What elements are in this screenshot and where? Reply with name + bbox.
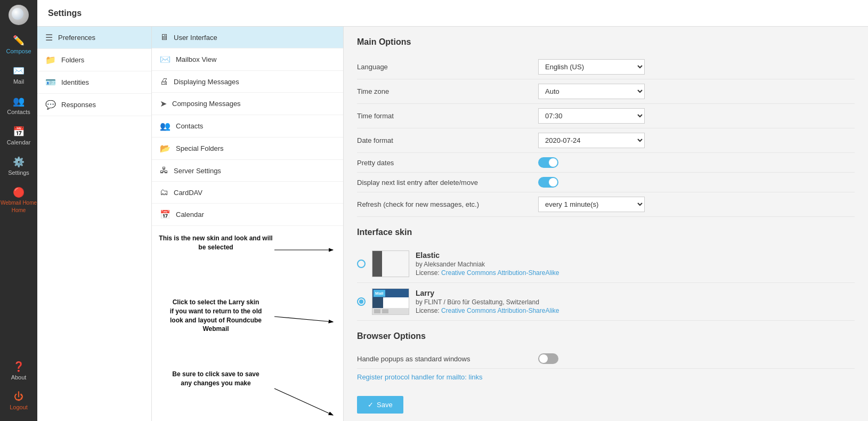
refresh-label: Refresh (check for new messages, etc.) [357, 200, 538, 208]
pretty-dates-label: Pretty dates [357, 159, 538, 167]
larry-skin-license: License: Creative Commons Attribution-Sh… [416, 307, 855, 314]
elastic-license-link[interactable]: Creative Commons Attribution-ShareAlike [441, 269, 559, 277]
carddav-icon: 🗂 [160, 188, 168, 197]
larry-license-link[interactable]: Creative Commons Attribution-ShareAlike [441, 307, 559, 314]
mailbox-view-icon: ✉️ [160, 54, 171, 64]
interface-skin-title: Interface skin [357, 228, 855, 237]
larry-thumb-main [383, 297, 409, 308]
svg-line-2 [274, 388, 333, 415]
sidebar-item-compose[interactable]: ✏️ Compose [0, 29, 37, 60]
skin-option-larry: Mail Larry by FLINT / Büro fü [357, 283, 855, 321]
elastic-thumb-sidebar [372, 251, 382, 277]
logo-icon [9, 5, 29, 25]
larry-thumb-sidebar [372, 297, 383, 308]
responses-icon: 💬 [45, 100, 56, 110]
submenu-item-composing-messages[interactable]: ➤ Composing Messages [152, 93, 343, 115]
pretty-dates-toggle[interactable] [538, 157, 558, 168]
elastic-thumbnail [372, 250, 409, 277]
register-protocol-link[interactable]: Register protocol handler for mailto: li… [357, 369, 855, 385]
columns-container: ☰ Preferences 📁 Folders 🪪 Identities 💬 R… [37, 27, 868, 421]
popups-label: Handle popups as standard windows [357, 355, 538, 363]
larry-skin-info: Larry by FLINT / Büro für Gestaltung, Sw… [416, 289, 855, 314]
submenu-item-carddav[interactable]: 🗂 CardDAV [152, 182, 343, 204]
compose-icon: ✏️ [13, 35, 25, 46]
main-options-table: Language English (US) Time zone Auto [357, 55, 855, 217]
server-settings-icon: 🖧 [160, 166, 168, 175]
pretty-dates-row: Pretty dates [357, 153, 855, 173]
timezone-row: Time zone Auto [357, 79, 855, 104]
submenu-item-displaying-messages[interactable]: 🖨 Displaying Messages [152, 71, 343, 93]
display-next-toggle[interactable] [538, 177, 558, 188]
nav-item-identities[interactable]: 🪪 Identities [37, 71, 151, 94]
elastic-skin-license: License: Creative Commons Attribution-Sh… [416, 269, 855, 277]
submenu-item-user-interface[interactable]: 🖥 User Interface [152, 27, 343, 48]
language-select[interactable]: English (US) [538, 59, 645, 75]
sidebar: ✏️ Compose ✉️ Mail 👥 Contacts 📅 Calendar… [0, 0, 37, 421]
submenu-item-server-settings[interactable]: 🖧 Server Settings [152, 160, 343, 182]
folders-icon: 📁 [45, 55, 56, 65]
refresh-select[interactable]: every 1 minute(s) [538, 197, 645, 212]
displaying-messages-icon: 🖨 [160, 77, 168, 86]
nav-item-folders[interactable]: 📁 Folders [37, 49, 151, 71]
timezone-label: Time zone [357, 87, 538, 95]
larry-radio[interactable] [357, 297, 366, 306]
submenu-item-special-folders[interactable]: 📂 Special Folders [152, 137, 343, 160]
pretty-dates-control [538, 157, 855, 168]
sidebar-item-mail[interactable]: ✉️ Mail [0, 60, 37, 90]
sidebar-item-settings[interactable]: ⚙️ Settings [0, 151, 37, 181]
sidebar-item-webmail-home[interactable]: 🔴 Webmail Home Home [0, 181, 37, 218]
identities-icon: 🪪 [45, 77, 56, 87]
sidebar-item-calendar[interactable]: 📅 Calendar [0, 120, 37, 151]
app-logo [0, 0, 37, 29]
larry-thumb-body [372, 297, 409, 308]
interface-skin-section: Interface skin Elastic by Aleksander Mac… [357, 228, 855, 321]
special-folders-icon: 📂 [160, 143, 171, 153]
preferences-icon: ☰ [45, 33, 53, 43]
timezone-select[interactable]: Auto [538, 84, 645, 99]
larry-thumb-header: Mail [372, 289, 409, 297]
browser-options-section: Browser Options Handle popups as standar… [357, 331, 855, 385]
time-format-row: Time format 07:30 [357, 104, 855, 128]
time-format-select[interactable]: 07:30 [538, 108, 645, 124]
annotation-area: This is the new skin and look and will b… [152, 226, 343, 421]
nav-item-responses[interactable]: 💬 Responses [37, 94, 151, 116]
submenu-item-mailbox-view[interactable]: ✉️ Mailbox View [152, 48, 343, 71]
submenu-column: 🖥 User Interface ✉️ Mailbox View 🖨 Displ… [152, 27, 344, 421]
elastic-thumb-content [382, 251, 409, 277]
date-format-select[interactable]: 2020-07-24 [538, 133, 645, 148]
elastic-skin-author: by Aleksander Machniak [416, 261, 855, 268]
composing-messages-icon: ➤ [160, 99, 167, 109]
time-format-label: Time format [357, 112, 538, 120]
sidebar-item-about[interactable]: ❓ About [0, 355, 37, 386]
skin-option-elastic: Elastic by Aleksander Machniak License: … [357, 245, 855, 283]
logout-icon: ⏻ [14, 391, 23, 402]
larry-skin-name: Larry [416, 289, 855, 297]
webmail-home-icon: 🔴 [13, 187, 25, 198]
sidebar-item-contacts[interactable]: 👥 Contacts [0, 90, 37, 120]
page-title: Settings [48, 9, 82, 18]
date-format-row: Date format 2020-07-24 [357, 128, 855, 153]
nav-item-preferences[interactable]: ☰ Preferences [37, 27, 151, 49]
timezone-control: Auto [538, 84, 855, 99]
popups-row: Handle popups as standard windows [357, 349, 855, 369]
save-checkmark-icon: ✓ [368, 401, 374, 409]
time-format-control: 07:30 [538, 108, 855, 124]
popups-toggle[interactable] [538, 353, 558, 364]
display-next-label: Display next list entry after delete/mov… [357, 179, 538, 187]
larry-thumbnail: Mail [372, 288, 409, 315]
submenu-item-calendar[interactable]: 📅 Calendar [152, 204, 343, 226]
settings-panel: Main Options Language English (US) Time … [344, 27, 868, 421]
annotation-new-skin-text: This is the new skin and look and will b… [157, 234, 274, 252]
mail-icon: ✉️ [13, 65, 25, 77]
page-header: Settings [37, 0, 868, 27]
submenu-item-contacts[interactable]: 👥 Contacts [152, 115, 343, 137]
contacts-submenu-icon: 👥 [160, 121, 171, 131]
elastic-thumb-inner [372, 251, 409, 277]
refresh-row: Refresh (check for new messages, etc.) e… [357, 192, 855, 217]
sidebar-item-logout[interactable]: ⏻ Logout [0, 386, 37, 416]
main-content: Settings ☰ Preferences 📁 Folders 🪪 Ident… [37, 0, 868, 421]
save-button[interactable]: ✓ Save [357, 396, 403, 414]
elastic-radio[interactable] [357, 260, 366, 268]
elastic-skin-name: Elastic [416, 251, 855, 260]
about-icon: ❓ [13, 361, 25, 373]
